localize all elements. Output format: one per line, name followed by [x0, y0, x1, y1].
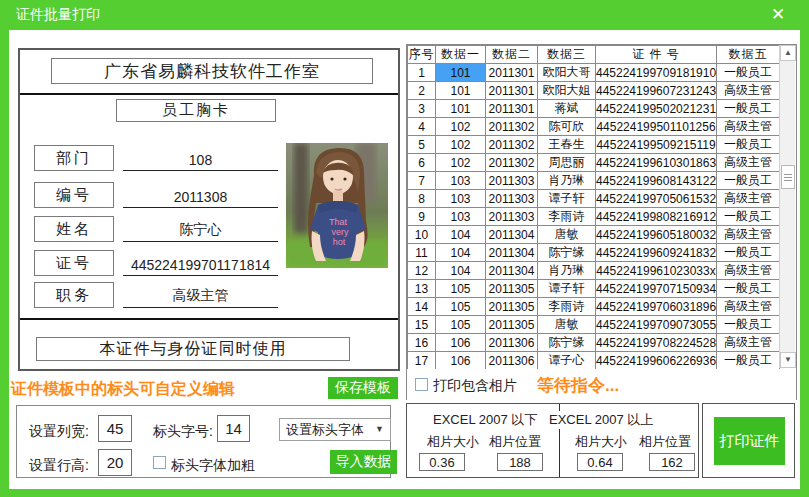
table-cell[interactable]: 13 — [408, 280, 436, 298]
table-cell[interactable]: 2011303 — [486, 190, 538, 208]
table-cell[interactable]: 陈宁缘 — [538, 334, 596, 352]
table-cell[interactable]: 2011305 — [486, 298, 538, 316]
certificate-card-title[interactable]: 员工胸卡 — [116, 99, 276, 122]
col-width-input[interactable] — [98, 415, 132, 442]
below-photo-size-input[interactable] — [419, 453, 465, 471]
table-cell[interactable]: 一般员工 — [717, 316, 780, 334]
table-cell[interactable]: 周思丽 — [538, 154, 596, 172]
table-cell[interactable]: 104 — [436, 244, 486, 262]
certificate-field-value[interactable]: 高级主管 — [123, 282, 278, 308]
table-cell[interactable]: 唐敏 — [538, 316, 596, 334]
table-cell[interactable]: 高级主管 — [717, 298, 780, 316]
table-cell[interactable]: 欧阳大哥 — [538, 64, 596, 82]
table-cell[interactable]: 5 — [408, 136, 436, 154]
table-cell[interactable]: 445224199606226936 — [596, 352, 717, 370]
table-cell[interactable]: 15 — [408, 316, 436, 334]
table-cell[interactable]: 一般员工 — [717, 64, 780, 82]
certificate-field-label[interactable]: 证号 — [34, 250, 114, 276]
table-cell[interactable]: 105 — [436, 316, 486, 334]
table-cell[interactable]: 高级主管 — [717, 190, 780, 208]
print-certificates-button[interactable]: 打印证件 — [714, 417, 785, 465]
table-cell[interactable]: 2011306 — [486, 334, 538, 352]
table-cell[interactable]: 欧阳大姐 — [538, 82, 596, 100]
table-cell[interactable]: 一般员工 — [717, 172, 780, 190]
table-cell[interactable]: 445224199708224528 — [596, 334, 717, 352]
scrollbar-thumb[interactable] — [781, 165, 795, 189]
table-cell[interactable]: 一般员工 — [717, 136, 780, 154]
table-cell[interactable]: 445224199501101256 — [596, 118, 717, 136]
save-template-button[interactable]: 保存模板 — [328, 377, 398, 399]
above-photo-size-input[interactable] — [577, 453, 623, 471]
table-cell[interactable]: 102 — [436, 118, 486, 136]
table-cell[interactable]: 10 — [408, 226, 436, 244]
table-cell[interactable]: 高级主管 — [717, 82, 780, 100]
table-cell[interactable]: 2011301 — [486, 64, 538, 82]
table-cell[interactable]: 肖乃琳 — [538, 262, 596, 280]
table-cell[interactable]: 谭子心 — [538, 352, 596, 370]
table-cell[interactable]: 高级主管 — [717, 154, 780, 172]
header-bold-checkbox[interactable] — [153, 456, 166, 469]
table-cell[interactable]: 2011306 — [486, 352, 538, 370]
table-cell[interactable]: 2011305 — [486, 316, 538, 334]
table-column-header[interactable]: 数据一 — [436, 46, 486, 64]
table-cell[interactable]: 104 — [436, 226, 486, 244]
table-cell[interactable]: 103 — [436, 208, 486, 226]
table-cell[interactable]: 蒋斌 — [538, 100, 596, 118]
table-cell[interactable]: 高级主管 — [717, 118, 780, 136]
table-cell[interactable]: 2011303 — [486, 172, 538, 190]
table-cell[interactable]: 2011301 — [486, 82, 538, 100]
table-cell[interactable]: 3 — [408, 100, 436, 118]
table-cell[interactable]: 2011301 — [486, 100, 538, 118]
table-cell[interactable]: 14 — [408, 298, 436, 316]
table-cell[interactable]: 102 — [436, 154, 486, 172]
table-cell[interactable]: 445224199705061532 — [596, 190, 717, 208]
table-cell[interactable]: 肖乃琳 — [538, 172, 596, 190]
titlebar[interactable]: 证件批量打印 — [0, 0, 809, 30]
table-cell[interactable]: 一般员工 — [717, 352, 780, 370]
selected-cell[interactable]: 101 — [436, 64, 486, 82]
certificate-field-value[interactable]: 445224199701171814 — [123, 250, 278, 276]
header-font-size-input[interactable] — [217, 415, 250, 442]
table-cell[interactable]: 2011302 — [486, 154, 538, 172]
table-cell[interactable]: 高级主管 — [717, 262, 780, 280]
table-cell[interactable]: 2011302 — [486, 136, 538, 154]
table-cell[interactable]: 445224199707150934 — [596, 280, 717, 298]
table-cell[interactable]: 11 — [408, 244, 436, 262]
scroll-down-icon[interactable]: ▼ — [780, 352, 796, 368]
table-cell[interactable]: 16 — [408, 334, 436, 352]
table-cell[interactable]: 9 — [408, 208, 436, 226]
table-cell[interactable]: 唐敏 — [538, 226, 596, 244]
table-cell[interactable]: 44522419961023033x — [596, 262, 717, 280]
table-cell[interactable]: 7 — [408, 172, 436, 190]
table-cell[interactable]: 445224199605180032 — [596, 226, 717, 244]
above-photo-pos-input[interactable] — [649, 453, 695, 471]
close-icon[interactable]: ✕ — [765, 4, 791, 26]
table-cell[interactable]: 102 — [436, 136, 486, 154]
table-column-header[interactable]: 数据三 — [538, 46, 596, 64]
table-cell[interactable]: 1 — [408, 64, 436, 82]
certificate-field-label[interactable]: 姓名 — [34, 216, 114, 242]
certificate-company-title[interactable]: 广东省易麟科技软件工作室 — [51, 58, 373, 84]
table-column-header[interactable]: 序号 — [408, 46, 436, 64]
table-cell[interactable]: 2011304 — [486, 244, 538, 262]
table-cell[interactable]: 106 — [436, 352, 486, 370]
table-column-header[interactable]: 数据二 — [486, 46, 538, 64]
table-cell[interactable]: 445224199706031896 — [596, 298, 717, 316]
table-cell[interactable]: 2011305 — [486, 280, 538, 298]
table-cell[interactable]: 陈可欣 — [538, 118, 596, 136]
table-cell[interactable]: 李雨诗 — [538, 298, 596, 316]
table-cell[interactable]: 高级主管 — [717, 226, 780, 244]
table-cell[interactable]: 101 — [436, 100, 486, 118]
header-font-dropdown[interactable]: 设置标头字体 ▼ — [279, 418, 391, 441]
table-column-header[interactable]: 证 件 号 — [596, 46, 717, 64]
table-cell[interactable]: 445224199709073055 — [596, 316, 717, 334]
table-cell[interactable]: 105 — [436, 280, 486, 298]
table-cell[interactable]: 17 — [408, 352, 436, 370]
table-cell[interactable]: 103 — [436, 172, 486, 190]
table-cell[interactable]: 一般员工 — [717, 280, 780, 298]
table-cell[interactable]: 6 — [408, 154, 436, 172]
table-cell[interactable]: 445224199808216912 — [596, 208, 717, 226]
table-cell[interactable]: 445224199502021231 — [596, 100, 717, 118]
table-cell[interactable]: 谭子轩 — [538, 190, 596, 208]
scroll-up-icon[interactable]: ▲ — [780, 45, 796, 61]
